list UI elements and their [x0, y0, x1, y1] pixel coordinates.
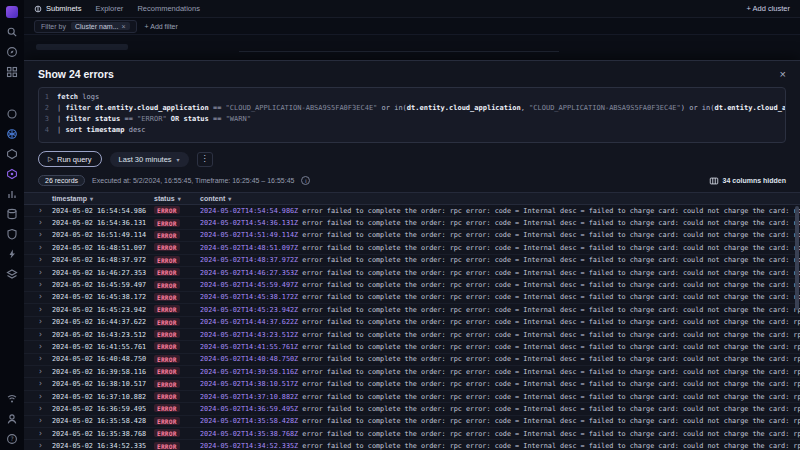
shield-icon[interactable]	[6, 227, 19, 240]
table-row[interactable]: ›2024-05-02 16:43:23.512ERROR2024-05-02T…	[24, 329, 800, 341]
expand-row-icon[interactable]: ›	[38, 405, 52, 413]
expand-row-icon[interactable]: ›	[38, 244, 52, 252]
expand-row-icon[interactable]: ›	[38, 318, 52, 326]
table-row[interactable]: ›2024-05-02 16:45:38.172ERROR2024-05-02T…	[24, 292, 800, 304]
underlying-divider	[239, 51, 559, 52]
line-number: 4	[39, 125, 57, 136]
table-row[interactable]: ›2024-05-02 16:48:51.097ERROR2024-05-02T…	[24, 242, 800, 254]
info-icon[interactable]: i	[301, 176, 310, 185]
table-header-row: timestamp ▾ status ▾ content ▾	[24, 192, 800, 205]
cell-timestamp: 2024-05-02 16:48:51.097	[52, 244, 154, 252]
status-badge: ERROR	[154, 256, 180, 264]
add-filter-button[interactable]: + Add filter	[145, 23, 178, 30]
add-cluster-label: + Add cluster	[746, 4, 790, 13]
run-query-button[interactable]: ▷ Run query	[38, 151, 102, 167]
table-row[interactable]: ›2024-05-02 16:54:54.986ERROR2024-05-02T…	[24, 205, 800, 217]
more-options-button[interactable]: ⋮	[197, 152, 213, 167]
table-row[interactable]: ›2024-05-02 16:41:55.761ERROR2024-05-02T…	[24, 341, 800, 353]
expand-row-icon[interactable]: ›	[38, 219, 52, 227]
cube-icon[interactable]	[6, 147, 19, 160]
cell-content: 2024-05-02T14:41:55.761Z error failed to…	[200, 343, 800, 351]
expand-row-icon[interactable]: ›	[38, 269, 52, 277]
status-badge: ERROR	[154, 417, 180, 425]
cell-timestamp: 2024-05-02 16:35:38.768	[52, 430, 154, 438]
query-code: | sort timestamp desc	[57, 125, 146, 136]
query-line: 1fetch logs	[39, 92, 785, 103]
status-badge: ERROR	[154, 367, 180, 375]
errors-panel: Show 24 errors × 1fetch logs2| filter dt…	[24, 60, 800, 450]
app-screen: ? Subminets Explorer Recommendations + A…	[0, 0, 800, 450]
table-row[interactable]: ›2024-05-02 16:35:38.768ERROR2024-05-02T…	[24, 428, 800, 440]
expand-row-icon[interactable]: ›	[38, 207, 52, 215]
cell-status: ERROR	[154, 244, 200, 252]
scrollbar-thumb[interactable]	[795, 206, 799, 310]
column-header-timestamp[interactable]: timestamp ▾	[52, 195, 154, 202]
tab-recommendations[interactable]: Recommendations	[137, 4, 200, 13]
expand-row-icon[interactable]: ›	[38, 430, 52, 438]
apps-grid-icon[interactable]	[6, 65, 19, 78]
table-row[interactable]: ›2024-05-02 16:51:49.114ERROR2024-05-02T…	[24, 230, 800, 242]
expand-row-icon[interactable]: ›	[38, 293, 52, 301]
column-header-content[interactable]: content ▾	[200, 195, 800, 202]
layers-icon[interactable]	[6, 267, 19, 280]
tab-explorer[interactable]: Explorer	[95, 4, 123, 13]
user-icon[interactable]	[6, 412, 19, 425]
table-row[interactable]: ›2024-05-02 16:37:10.882ERROR2024-05-02T…	[24, 391, 800, 403]
bolt-icon[interactable]	[6, 247, 19, 260]
expand-row-icon[interactable]: ›	[38, 256, 52, 264]
filter-chip-cluster[interactable]: Cluster nam... ×	[71, 22, 130, 30]
table-row[interactable]: ›2024-05-02 16:35:58.428ERROR2024-05-02T…	[24, 416, 800, 428]
table-row[interactable]: ›2024-05-02 16:34:52.335ERROR2024-05-02T…	[24, 440, 800, 450]
help-icon[interactable]: ?	[6, 432, 19, 445]
sort-chevron-icon: ▾	[90, 195, 93, 202]
vertical-scrollbar[interactable]	[795, 196, 799, 448]
expand-row-icon[interactable]: ›	[38, 355, 52, 363]
records-count-badge: 26 records	[38, 175, 85, 186]
table-row[interactable]: ›2024-05-02 16:54:36.131ERROR2024-05-02T…	[24, 217, 800, 229]
close-icon[interactable]: ×	[780, 69, 786, 80]
table-row[interactable]: ›2024-05-02 16:40:48.750ERROR2024-05-02T…	[24, 354, 800, 366]
timeframe-dropdown[interactable]: Last 30 minutes ▾	[110, 152, 189, 167]
remove-filter-icon[interactable]: ×	[121, 23, 125, 30]
expand-row-icon[interactable]: ›	[38, 380, 52, 388]
table-row[interactable]: ›2024-05-02 16:45:23.942ERROR2024-05-02T…	[24, 304, 800, 316]
status-badge: ERROR	[154, 380, 180, 388]
table-row[interactable]: ›2024-05-02 16:45:59.497ERROR2024-05-02T…	[24, 279, 800, 291]
results-table: timestamp ▾ status ▾ content ▾ ›2024-05-…	[24, 192, 800, 450]
expand-row-icon[interactable]: ›	[38, 368, 52, 376]
chevron-down-icon: ▾	[177, 156, 180, 163]
table-row[interactable]: ›2024-05-02 16:44:37.622ERROR2024-05-02T…	[24, 317, 800, 329]
table-row[interactable]: ›2024-05-02 16:48:37.972ERROR2024-05-02T…	[24, 255, 800, 267]
tab-subminets[interactable]: Subminets	[34, 4, 81, 13]
filter-input[interactable]: Filter by Cluster nam... ×	[34, 20, 137, 33]
expand-row-icon[interactable]: ›	[38, 393, 52, 401]
status-badge: ERROR	[154, 330, 180, 338]
expand-row-icon[interactable]: ›	[38, 331, 52, 339]
search-icon[interactable]	[6, 25, 19, 38]
table-row[interactable]: ›2024-05-02 16:36:59.495ERROR2024-05-02T…	[24, 403, 800, 415]
columns-hidden-button[interactable]: 34 columns hidden	[709, 176, 786, 186]
kubernetes-icon[interactable]	[6, 127, 19, 140]
status-badge: ERROR	[154, 318, 180, 326]
status-badge: ERROR	[154, 429, 180, 437]
expand-row-icon[interactable]: ›	[38, 343, 52, 351]
compass-icon[interactable]	[6, 45, 19, 58]
table-row[interactable]: ›2024-05-02 16:38:10.517ERROR2024-05-02T…	[24, 378, 800, 390]
query-editor[interactable]: 1fetch logs2| filter dt.entity.cloud_app…	[38, 87, 786, 143]
circle-app-icon[interactable]	[6, 107, 19, 120]
expand-row-icon[interactable]: ›	[38, 281, 52, 289]
table-row[interactable]: ›2024-05-02 16:46:27.353ERROR2024-05-02T…	[24, 267, 800, 279]
dynatrace-logo[interactable]	[6, 5, 19, 18]
chart-icon[interactable]	[6, 187, 19, 200]
add-cluster-button[interactable]: + Add cluster	[746, 4, 790, 13]
table-row[interactable]: ›2024-05-02 16:39:58.116ERROR2024-05-02T…	[24, 366, 800, 378]
signal-icon[interactable]	[6, 392, 19, 405]
database-icon[interactable]	[6, 207, 19, 220]
expand-row-icon[interactable]: ›	[38, 231, 52, 239]
hexagon-icon[interactable]	[6, 167, 19, 180]
column-header-status[interactable]: status ▾	[154, 195, 200, 202]
expand-row-icon[interactable]: ›	[38, 306, 52, 314]
expand-row-icon[interactable]: ›	[38, 442, 52, 450]
expand-row-icon[interactable]: ›	[38, 417, 52, 425]
status-badge: ERROR	[154, 243, 180, 251]
